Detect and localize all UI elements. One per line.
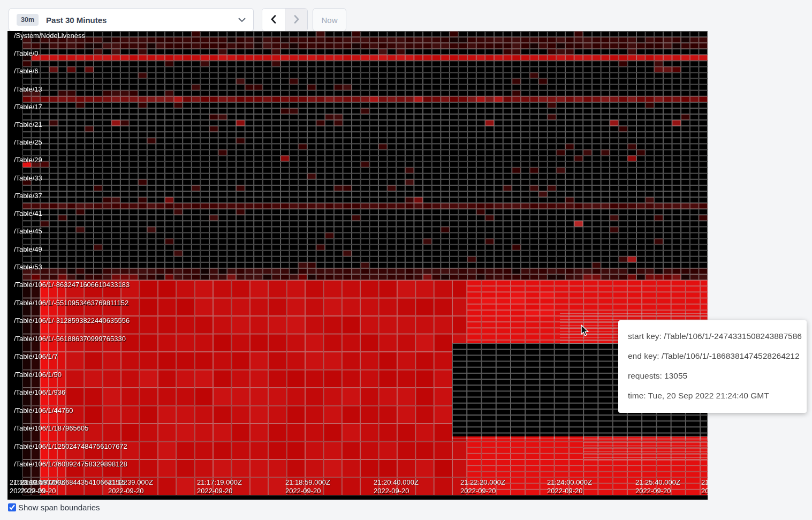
timeframe-label: Past 30 Minutes — [46, 16, 238, 25]
next-button[interactable] — [285, 9, 307, 31]
tooltip-line: start key: /Table/106/1/-247433150824388… — [628, 326, 797, 346]
key-visualizer: /System/NodeLiveness/Table/0/Table/6/Tab… — [7, 31, 708, 500]
timeframe-select[interactable]: 30m Past 30 Minutes — [9, 8, 254, 32]
chevron-right-icon — [292, 14, 301, 26]
toolbar: 30m Past 30 Minutes Now — [0, 0, 812, 31]
chevron-down-icon — [238, 15, 246, 25]
now-button[interactable]: Now — [313, 8, 346, 32]
chevron-left-icon — [269, 14, 278, 26]
span-boundaries-label: Show span boundaries — [18, 503, 100, 512]
timeframe-badge: 30m — [17, 14, 39, 26]
time-nav — [262, 8, 308, 32]
hover-tooltip: start key: /Table/106/1/-247433150824388… — [618, 320, 807, 413]
span-boundaries-checkbox[interactable] — [8, 503, 16, 511]
tooltip-line: end key: /Table/106/1/-18683814745282642… — [628, 346, 797, 366]
prev-button[interactable] — [262, 9, 285, 31]
tooltip-line: requests: 13055 — [628, 366, 797, 386]
footer: Show span boundaries — [8, 503, 100, 512]
keyspace-heatmap-canvas[interactable] — [7, 31, 708, 500]
tooltip-line: time: Tue, 20 Sep 2022 21:24:40 GMT — [628, 386, 797, 405]
